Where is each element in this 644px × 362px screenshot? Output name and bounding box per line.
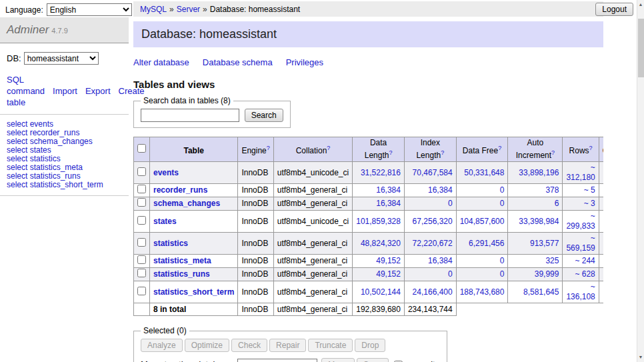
db-select[interactable]: homeassistant xyxy=(24,52,99,65)
database-action-link[interactable]: Privileges xyxy=(286,57,323,67)
rows-count-link[interactable]: ~ 3 xyxy=(584,199,595,208)
auto-increment-cell: 913,577 xyxy=(508,233,563,255)
sidebar-table-link[interactable]: select states xyxy=(7,145,51,155)
data-free-link[interactable]: 104,857,600 xyxy=(460,217,505,226)
row-checkbox[interactable] xyxy=(137,198,146,207)
data-free-link[interactable]: 188,743,680 xyxy=(460,287,505,297)
logout-button[interactable]: Logout xyxy=(595,3,633,16)
data-length-link[interactable]: 16,384 xyxy=(376,199,401,208)
row-checkbox[interactable] xyxy=(137,255,146,264)
sidebar-action-link[interactable]: Import xyxy=(53,86,77,96)
rows-count-link[interactable]: ~ 628 xyxy=(575,269,595,279)
index-length-link[interactable]: 16,384 xyxy=(428,185,453,195)
column-help-link[interactable]: ? xyxy=(267,145,270,151)
data-length-link[interactable]: 49,152 xyxy=(376,256,401,265)
auto-increment-link[interactable]: 33,398,984 xyxy=(519,217,559,226)
row-checkbox[interactable] xyxy=(137,287,146,295)
sidebar-table-link[interactable]: select recorder_runs xyxy=(7,128,79,137)
row-checkbox[interactable] xyxy=(137,238,146,247)
row-checkbox[interactable] xyxy=(137,167,146,176)
copy-button[interactable]: Copy xyxy=(357,358,389,362)
selected-action-button[interactable]: Check xyxy=(231,339,267,352)
column-header: Engine? xyxy=(238,137,273,162)
index-length-link[interactable]: 67,256,320 xyxy=(413,217,453,226)
table-name-link[interactable]: events xyxy=(153,168,179,177)
data-length-link[interactable]: 16,384 xyxy=(376,185,401,195)
data-free-link[interactable]: 0 xyxy=(500,256,505,265)
selected-action-button[interactable]: Analyze xyxy=(141,339,183,352)
data-free-link[interactable]: 0 xyxy=(500,269,505,279)
auto-increment-link[interactable]: 39,999 xyxy=(535,269,559,279)
column-help-link[interactable]: ? xyxy=(327,145,330,151)
select-all-checkbox[interactable] xyxy=(137,144,146,153)
auto-increment-link[interactable]: 6 xyxy=(555,199,559,208)
data-free-link[interactable]: 50,331,648 xyxy=(464,168,504,177)
vertical-scrollbar[interactable]: ▲ ▼ xyxy=(637,0,644,362)
rows-count-link[interactable]: ~ 5 xyxy=(584,185,595,195)
language-select[interactable]: English xyxy=(47,3,132,16)
index-length-link[interactable]: 72,220,672 xyxy=(413,239,453,248)
selected-action-button[interactable]: Repair xyxy=(269,339,306,352)
table-name-link[interactable]: statistics xyxy=(153,239,188,248)
data-length-link[interactable]: 101,859,328 xyxy=(356,217,401,226)
table-name-link[interactable]: statistics_short_term xyxy=(153,287,234,297)
sidebar-table-link[interactable]: select statistics xyxy=(7,154,61,163)
search-input[interactable] xyxy=(141,109,239,122)
sidebar-table-link[interactable]: select events xyxy=(7,119,53,129)
database-action-link[interactable]: Alter database xyxy=(133,57,189,67)
scrollbar-thumb[interactable] xyxy=(638,19,644,77)
sidebar-action-link[interactable]: Export xyxy=(85,86,111,96)
column-help-link[interactable]: ? xyxy=(389,149,392,156)
breadcrumb-mysql-link[interactable]: MySQL xyxy=(140,5,167,14)
move-button[interactable]: Move xyxy=(321,358,354,362)
data-free-link[interactable]: 0 xyxy=(500,199,505,208)
scroll-down-arrow[interactable]: ▼ xyxy=(637,353,644,361)
data-free-link[interactable]: 0 xyxy=(500,185,505,195)
sidebar-table-link[interactable]: select statistics_meta xyxy=(7,163,83,172)
selected-action-button[interactable]: Drop xyxy=(355,339,385,352)
selected-action-button[interactable]: Truncate xyxy=(308,339,353,352)
index-length-link[interactable]: 70,467,584 xyxy=(413,168,453,177)
data-length-link[interactable]: 10,502,144 xyxy=(361,287,401,297)
index-length-link[interactable]: 0 xyxy=(448,269,453,279)
rows-count-link[interactable]: ~ 569,159 xyxy=(566,233,595,253)
table-name-link[interactable]: statistics_runs xyxy=(153,269,210,279)
table-name-link[interactable]: statistics_meta xyxy=(153,256,211,265)
index-length-link[interactable]: 24,166,400 xyxy=(413,287,453,297)
index-length-link[interactable]: 0 xyxy=(448,199,453,208)
move-db-select[interactable]: homeassistant xyxy=(237,359,317,362)
column-help-link[interactable]: ? xyxy=(551,149,555,156)
rows-count-link[interactable]: ~ 136,108 xyxy=(566,282,595,301)
auto-increment-link[interactable]: 33,898,196 xyxy=(519,168,559,177)
row-checkbox[interactable] xyxy=(137,185,146,193)
data-length-link[interactable]: 31,522,816 xyxy=(361,168,401,177)
row-checkbox[interactable] xyxy=(137,216,146,225)
table-name-link[interactable]: schema_changes xyxy=(153,199,220,208)
auto-increment-link[interactable]: 8,581,645 xyxy=(523,287,559,297)
sidebar-table-link[interactable]: select schema_changes xyxy=(7,137,93,146)
column-help-link[interactable]: ? xyxy=(498,145,501,151)
breadcrumb-server-link[interactable]: Server xyxy=(177,5,200,14)
sidebar-table-link[interactable]: select statistics_short_term xyxy=(7,180,103,189)
auto-increment-link[interactable]: 325 xyxy=(545,256,559,265)
row-checkbox[interactable] xyxy=(137,269,146,277)
table-name-link[interactable]: states xyxy=(153,217,177,226)
sidebar-action-link[interactable]: SQL command xyxy=(7,75,45,96)
rows-count-link[interactable]: ~ 299,833 xyxy=(566,211,595,231)
database-action-link[interactable]: Database schema xyxy=(203,57,273,67)
auto-increment-link[interactable]: 378 xyxy=(545,185,559,195)
data-length-link[interactable]: 49,152 xyxy=(376,269,401,279)
index-length-link[interactable]: 16,384 xyxy=(428,256,453,265)
rows-count-link[interactable]: ~ 312,180 xyxy=(566,163,595,182)
scroll-up-arrow[interactable]: ▲ xyxy=(637,1,644,9)
column-help-link[interactable]: ? xyxy=(441,149,444,156)
selected-action-button[interactable]: Optimize xyxy=(185,339,229,352)
sidebar-table-link[interactable]: select statistics_runs xyxy=(7,171,81,181)
data-free-link[interactable]: 6,291,456 xyxy=(469,239,504,248)
column-help-link[interactable]: ? xyxy=(589,145,593,151)
data-length-link[interactable]: 48,824,320 xyxy=(361,239,401,248)
search-button[interactable]: Search xyxy=(245,109,283,122)
table-name-link[interactable]: recorder_runs xyxy=(153,185,207,195)
rows-count-link[interactable]: ~ 244 xyxy=(575,256,595,265)
auto-increment-link[interactable]: 913,577 xyxy=(530,239,559,248)
